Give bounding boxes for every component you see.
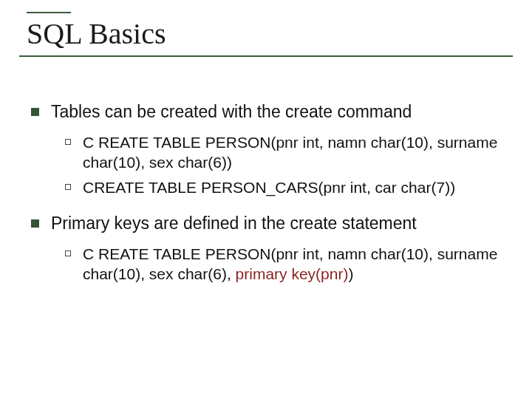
title-container: SQL Basics — [19, 16, 513, 57]
hollow-square-bullet-icon — [65, 250, 71, 256]
sublist-item: CREATE TABLE PERSON_CARS(pnr int, car ch… — [65, 178, 513, 197]
sublist: C REATE TABLE PERSON(pnr int, namn char(… — [65, 133, 513, 197]
sublist-item-text: C REATE TABLE PERSON(pnr int, namn char(… — [83, 133, 513, 172]
list-item-text: Primary keys are defined in the create s… — [51, 213, 417, 234]
square-bullet-icon — [31, 108, 39, 116]
sublist: C REATE TABLE PERSON(pnr int, namn char(… — [65, 245, 513, 284]
sublist-item-text: CREATE TABLE PERSON_CARS(pnr int, car ch… — [83, 178, 455, 197]
list-item-text: Tables can be created with the create co… — [51, 101, 412, 123]
slide-content: Tables can be created with the create co… — [19, 101, 513, 284]
title-accent-line — [27, 12, 71, 13]
square-bullet-icon — [31, 219, 39, 228]
highlighted-code: primary key(pnr) — [236, 265, 349, 282]
slide: SQL Basics Tables can be created with th… — [0, 0, 532, 399]
list-item: Primary keys are defined in the create s… — [31, 213, 513, 234]
hollow-square-bullet-icon — [65, 184, 71, 190]
hollow-square-bullet-icon — [65, 139, 71, 145]
sublist-item: C REATE TABLE PERSON(pnr int, namn char(… — [65, 133, 513, 172]
slide-title: SQL Basics — [19, 16, 513, 51]
sublist-item: C REATE TABLE PERSON(pnr int, namn char(… — [65, 245, 513, 284]
sublist-item-text: C REATE TABLE PERSON(pnr int, namn char(… — [83, 245, 513, 284]
code-suffix: ) — [348, 265, 353, 282]
list-item: Tables can be created with the create co… — [31, 101, 513, 123]
